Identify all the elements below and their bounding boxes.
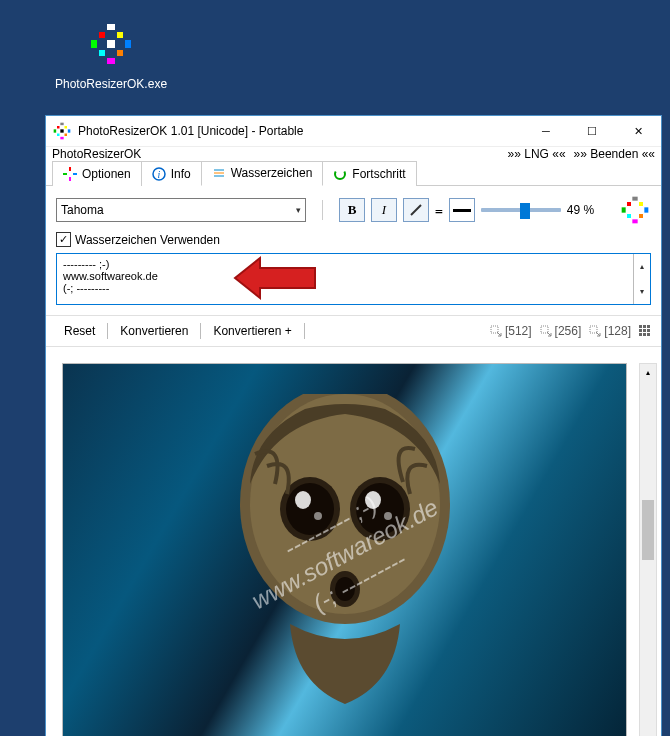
svg-rect-20 bbox=[73, 173, 77, 175]
size-256[interactable]: [256] bbox=[540, 324, 582, 338]
menu-language[interactable]: »» LNG «« bbox=[508, 147, 566, 161]
watermark-text-input[interactable]: --------- ;-) www.softwareok.de (-; ----… bbox=[56, 253, 651, 305]
svg-rect-43 bbox=[647, 325, 650, 328]
watermark-icon bbox=[212, 166, 226, 180]
svg-rect-18 bbox=[69, 167, 71, 171]
svg-rect-34 bbox=[639, 202, 643, 206]
spin-down[interactable]: ▾ bbox=[634, 279, 650, 304]
svg-point-27 bbox=[335, 169, 345, 179]
tab-watermark-label: Wasserzeichen bbox=[231, 166, 313, 180]
svg-rect-33 bbox=[627, 202, 631, 206]
svg-rect-46 bbox=[647, 329, 650, 332]
scroll-up-icon[interactable]: ▴ bbox=[640, 364, 656, 380]
desktop-shortcut-label: PhotoResizerOK.exe bbox=[55, 77, 167, 91]
svg-rect-37 bbox=[632, 207, 637, 212]
progress-icon bbox=[333, 167, 347, 181]
desktop-shortcut[interactable]: PhotoResizerOK.exe bbox=[55, 20, 167, 91]
svg-rect-48 bbox=[643, 333, 646, 336]
grid-view-button[interactable] bbox=[639, 325, 651, 337]
convert-button[interactable]: Konvertieren bbox=[112, 322, 196, 340]
svg-point-56 bbox=[295, 491, 311, 509]
svg-rect-8 bbox=[107, 40, 115, 48]
close-button[interactable]: ✕ bbox=[615, 116, 661, 146]
opacity-slider[interactable] bbox=[481, 208, 561, 212]
svg-rect-16 bbox=[65, 134, 68, 137]
resize-icon bbox=[490, 325, 502, 337]
color-button[interactable] bbox=[449, 198, 475, 222]
image-preview: --------- ;-) www.softwareok.de (-; ----… bbox=[62, 363, 627, 736]
tab-options-label: Optionen bbox=[82, 167, 131, 181]
watermark-text-value: --------- ;-) www.softwareok.de (-; ----… bbox=[57, 254, 633, 304]
chevron-down-icon: ▾ bbox=[296, 205, 301, 215]
app-window: PhotoResizerOK 1.01 [Unicode] - Portable… bbox=[45, 115, 662, 736]
svg-rect-42 bbox=[643, 325, 646, 328]
svg-rect-19 bbox=[63, 173, 67, 175]
font-dropdown[interactable]: Tahoma ▾ bbox=[56, 198, 306, 222]
convert-plus-button[interactable]: Konvertieren + bbox=[205, 322, 299, 340]
svg-rect-47 bbox=[639, 333, 642, 336]
window-title: PhotoResizerOK 1.01 [Unicode] - Portable bbox=[78, 124, 523, 138]
options-icon bbox=[63, 167, 77, 181]
svg-rect-4 bbox=[99, 32, 105, 38]
titlebar[interactable]: PhotoResizerOK 1.01 [Unicode] - Portable… bbox=[46, 116, 661, 147]
app-icon bbox=[619, 194, 651, 226]
svg-rect-5 bbox=[117, 32, 123, 38]
svg-rect-49 bbox=[647, 333, 650, 336]
svg-rect-39 bbox=[541, 326, 548, 333]
svg-rect-1 bbox=[107, 58, 115, 64]
svg-rect-11 bbox=[68, 129, 71, 132]
menu-exit[interactable]: »» Beenden «« bbox=[574, 147, 655, 161]
svg-rect-15 bbox=[57, 134, 60, 137]
resize-icon bbox=[540, 325, 552, 337]
svg-rect-12 bbox=[60, 137, 63, 140]
svg-rect-41 bbox=[639, 325, 642, 328]
svg-rect-30 bbox=[622, 207, 626, 212]
tab-options[interactable]: Optionen bbox=[52, 161, 142, 186]
svg-rect-14 bbox=[65, 126, 68, 129]
spin-up[interactable]: ▴ bbox=[634, 254, 650, 279]
svg-rect-10 bbox=[54, 129, 57, 132]
svg-rect-7 bbox=[117, 50, 123, 56]
font-name: Tahoma bbox=[61, 203, 104, 217]
menu-app[interactable]: PhotoResizerOK bbox=[52, 147, 141, 161]
svg-rect-0 bbox=[107, 24, 115, 30]
size-512[interactable]: [512] bbox=[490, 324, 532, 338]
svg-text:i: i bbox=[157, 169, 160, 180]
svg-rect-45 bbox=[643, 329, 646, 332]
info-icon: i bbox=[152, 167, 166, 181]
italic-button[interactable]: I bbox=[371, 198, 397, 222]
minimize-button[interactable]: ─ bbox=[523, 116, 569, 146]
svg-rect-17 bbox=[60, 129, 63, 132]
opacity-value: 49 % bbox=[567, 203, 601, 217]
svg-line-28 bbox=[411, 205, 421, 215]
size-128[interactable]: [128] bbox=[589, 324, 631, 338]
tab-watermark[interactable]: Wasserzeichen bbox=[201, 161, 324, 186]
svg-rect-44 bbox=[639, 329, 642, 332]
svg-rect-6 bbox=[99, 50, 105, 56]
reset-button[interactable]: Reset bbox=[56, 322, 103, 340]
svg-rect-35 bbox=[627, 214, 631, 218]
app-icon bbox=[87, 20, 135, 68]
svg-rect-2 bbox=[91, 40, 97, 48]
tab-progress-label: Fortschritt bbox=[352, 167, 405, 181]
svg-rect-13 bbox=[57, 126, 60, 129]
grid-icon bbox=[639, 325, 651, 337]
tab-progress[interactable]: Fortschritt bbox=[322, 161, 416, 186]
svg-rect-3 bbox=[125, 40, 131, 48]
bold-button[interactable]: B bbox=[339, 198, 365, 222]
svg-rect-40 bbox=[590, 326, 597, 333]
resize-icon bbox=[589, 325, 601, 337]
tab-info[interactable]: i Info bbox=[141, 161, 202, 186]
equals-icon: = bbox=[435, 203, 443, 218]
scrollbar[interactable]: ▴ bbox=[639, 363, 657, 736]
line-color-button[interactable] bbox=[403, 198, 429, 222]
svg-rect-32 bbox=[632, 219, 637, 223]
use-watermark-label: Wasserzeichen Verwenden bbox=[75, 233, 220, 247]
svg-rect-31 bbox=[644, 207, 648, 212]
maximize-button[interactable]: ☐ bbox=[569, 116, 615, 146]
svg-rect-38 bbox=[491, 326, 498, 333]
use-watermark-checkbox[interactable]: ✓ bbox=[56, 232, 71, 247]
svg-rect-29 bbox=[632, 197, 637, 201]
svg-rect-36 bbox=[639, 214, 643, 218]
tab-info-label: Info bbox=[171, 167, 191, 181]
